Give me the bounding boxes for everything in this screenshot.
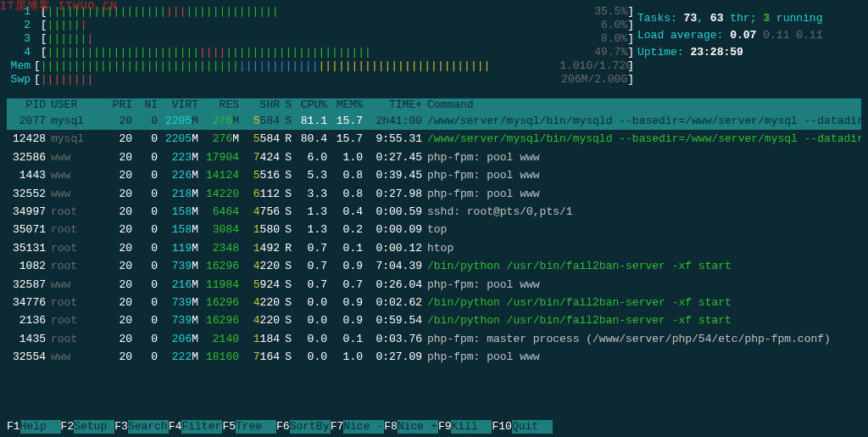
fkey-F5[interactable]: F5 — [222, 420, 236, 433]
fkey-F7[interactable]: F7 — [331, 420, 344, 433]
tasks-line: Tasks: 73, 63 thr; 3 running — [637, 12, 861, 29]
fkey-F8[interactable]: F8 — [384, 420, 398, 433]
info-panel: Tasks: 73, 63 thr; 3 running Load averag… — [634, 5, 861, 87]
process-list[interactable]: 2077mysql2002205M276M5584S81.115.72h41:0… — [7, 112, 861, 366]
swp-meter: Swp[||||||||206M/2.00G] — [7, 73, 634, 87]
fkey-F3[interactable]: F3 — [114, 420, 128, 433]
htop-screen: IT屋博客 ITWUO.CN 1 [||||||||||||||||||||||… — [0, 0, 868, 437]
process-row[interactable]: 2136root200739M162964220S0.00.90:59.54/b… — [7, 311, 861, 329]
process-row[interactable]: 34776root200739M162964220S0.00.90:02.62/… — [7, 294, 861, 311]
cpu-meter-2: 2 [||||||6.0%] — [7, 19, 634, 32]
loadavg-line: Load average: 0.07 0.11 0.11 — [637, 29, 861, 46]
process-row[interactable]: 32587www200216M119845924S0.70.70:26.04ph… — [7, 276, 861, 294]
process-row[interactable]: 35071root200158M30841580S1.30.20:00.09to… — [7, 221, 861, 238]
process-row[interactable]: 1443www200226M141245516S5.30.80:39.45php… — [7, 166, 861, 184]
process-row[interactable]: 12428mysql2002205M276M5584R80.415.79:55.… — [7, 130, 861, 148]
top-section: 1 [|||||||||||||||||||||||||||||||||||35… — [7, 5, 861, 87]
process-row[interactable]: 34997root200158M64644756S1.30.40:00.59ss… — [7, 203, 861, 221]
mem-meter: Mem[||||||||||||||||||||||||||||||||||||… — [7, 59, 634, 73]
process-row[interactable]: 32552www200218M142206112S3.30.80:27.98ph… — [7, 185, 861, 203]
process-row[interactable]: 1435root200206M21401184S0.00.10:03.76php… — [7, 330, 861, 348]
process-row[interactable]: 2077mysql2002205M276M5584S81.115.72h41:0… — [7, 112, 861, 130]
meters-panel: 1 [|||||||||||||||||||||||||||||||||||35… — [7, 5, 634, 87]
process-row[interactable]: 1082root200739M162964220S0.70.97:04.39/b… — [7, 257, 861, 275]
process-row[interactable]: 32586www200223M179047424S6.01.00:27.45ph… — [7, 148, 861, 166]
cpu-meter-3: 3 [|||||||8.0%] — [7, 32, 634, 46]
process-row[interactable]: 32554www200222M181607164S0.01.00:27.09ph… — [7, 348, 861, 366]
process-row[interactable]: 35131root200119M23481492R0.70.10:00.12ht… — [7, 239, 861, 257]
process-header[interactable]: PIDUSERPRINIVIRTRESSHRSCPU%MEM%TIME+Comm… — [7, 98, 861, 112]
fkey-F2[interactable]: F2 — [61, 420, 75, 433]
cpu-meter-1: 1 [|||||||||||||||||||||||||||||||||||35… — [7, 5, 634, 19]
cpu-meter-4: 4 [|||||||||||||||||||||||||||||||||||||… — [7, 46, 634, 59]
function-keys[interactable]: F1Help F2Setup F3SearchF4FilterF5Tree F6… — [7, 420, 553, 434]
fkey-F9[interactable]: F9 — [438, 420, 452, 433]
fkey-F6[interactable]: F6 — [276, 420, 290, 433]
fkey-F1[interactable]: F1 — [7, 420, 20, 433]
uptime-line: Uptime: 23:28:59 — [637, 46, 861, 63]
fkey-F10[interactable]: F10 — [492, 420, 511, 433]
fkey-F4[interactable]: F4 — [169, 420, 182, 433]
